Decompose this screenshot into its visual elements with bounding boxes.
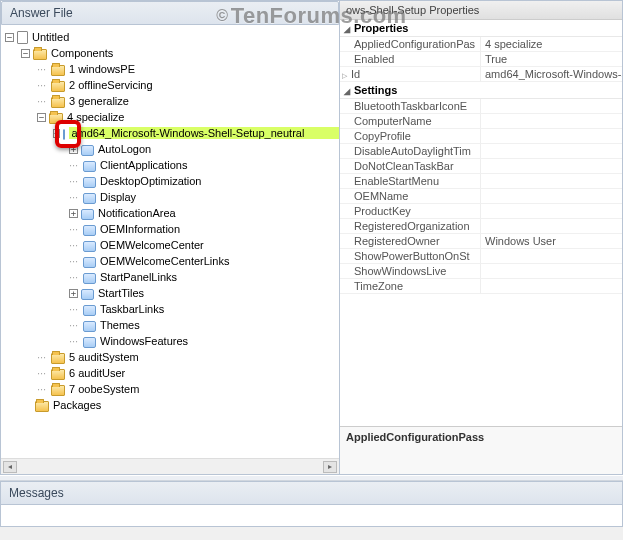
property-value[interactable] [480,174,622,189]
tree-packages[interactable]: Packages [21,397,339,413]
property-value[interactable] [480,204,622,219]
property-key[interactable]: BluetoothTaskbarIconE [340,99,480,114]
tree-pass[interactable]: ···2 offlineServicing [37,77,339,93]
property-key[interactable]: DisableAutoDaylightTim [340,144,480,159]
tree-label: OEMWelcomeCenter [100,239,204,251]
tree-pass[interactable]: ···1 windowsPE [37,61,339,77]
property-key[interactable]: ShowWindowsLive [340,264,480,279]
collapse-icon[interactable]: − [53,129,60,138]
property-category[interactable]: Settings [340,82,622,99]
tree-components[interactable]: − Components [21,45,339,61]
property-value[interactable] [480,279,622,294]
expand-icon[interactable]: + [69,209,78,218]
tree-connector: ··· [37,63,51,75]
tree-pass[interactable]: ···3 generalize [37,93,339,109]
tree-item[interactable]: ···OEMWelcomeCenter [69,237,339,253]
tree-item[interactable]: ···Display [69,189,339,205]
component-icon [83,321,96,332]
scroll-left-button[interactable]: ◂ [3,461,17,473]
tree-label: StartPanelLinks [100,271,177,283]
property-value[interactable]: amd64_Microsoft-Windows-Shel [480,67,622,82]
tree-component-selected[interactable]: −amd64_Microsoft-Windows-Shell-Setup_neu… [53,125,339,141]
property-value[interactable] [480,219,622,234]
folder-icon [51,369,65,380]
tree-pass[interactable]: −4 specialize [37,109,339,125]
component-icon [63,129,65,140]
tree-connector: ··· [69,271,83,283]
property-key[interactable]: DoNotCleanTaskBar [340,159,480,174]
tree-item[interactable]: +NotificationArea [69,205,339,221]
property-key[interactable]: Id [340,67,480,82]
tree-connector: ··· [37,383,51,395]
property-key[interactable]: TimeZone [340,279,480,294]
property-key[interactable]: RegisteredOwner [340,234,480,249]
tree-connector: ··· [37,367,51,379]
tree-connector: ··· [37,79,51,91]
tree-pass[interactable]: ···6 auditUser [37,365,339,381]
tree-label: NotificationArea [98,207,176,219]
property-value[interactable]: Windows User [480,234,622,249]
tree-item[interactable]: ···WindowsFeatures [69,333,339,349]
property-key[interactable]: EnableStartMenu [340,174,480,189]
tree-connector: ··· [69,319,83,331]
property-value[interactable]: 4 specialize [480,37,622,52]
main-container: Answer File − Untitled − Co [0,0,623,475]
tree-item[interactable]: ···OEMInformation [69,221,339,237]
property-value[interactable] [480,114,622,129]
collapse-icon[interactable]: − [21,49,30,58]
scroll-right-button[interactable]: ▸ [323,461,337,473]
tree-pass[interactable]: ···7 oobeSystem [37,381,339,397]
tree-item[interactable]: ···StartPanelLinks [69,269,339,285]
property-key[interactable]: ShowPowerButtonOnSt [340,249,480,264]
property-key[interactable]: AppliedConfigurationPas [340,37,480,52]
tree-pass[interactable]: ···5 auditSystem [37,349,339,365]
property-value[interactable] [480,129,622,144]
property-grid[interactable]: PropertiesAppliedConfigurationPas4 speci… [340,20,622,426]
answer-file-panel: Answer File − Untitled − Co [0,0,340,475]
answer-file-header: Answer File [1,1,339,25]
component-icon [83,241,96,252]
tree-item[interactable]: ···TaskbarLinks [69,301,339,317]
tree-item[interactable]: ···DesktopOptimization [69,173,339,189]
tree-label: OEMWelcomeCenterLinks [100,255,229,267]
tree-label: Components [51,47,113,59]
expand-icon[interactable]: + [69,289,78,298]
tree-label: 1 windowsPE [69,63,135,75]
component-icon [83,305,96,316]
tree-item[interactable]: +AutoLogon [69,141,339,157]
property-key[interactable]: OEMName [340,189,480,204]
property-value[interactable] [480,189,622,204]
horizontal-scrollbar[interactable]: ◂ ▸ [1,458,339,474]
component-icon [83,177,96,188]
property-value[interactable] [480,99,622,114]
component-icon [81,145,94,156]
folder-icon [35,401,49,412]
property-key[interactable]: RegisteredOrganization [340,219,480,234]
collapse-icon[interactable]: − [37,113,46,122]
property-value[interactable] [480,249,622,264]
tree-item[interactable]: +StartTiles [69,285,339,301]
property-value[interactable] [480,144,622,159]
tree-label: 6 auditUser [69,367,125,379]
property-value[interactable] [480,264,622,279]
description-title: AppliedConfigurationPass [346,431,484,443]
property-key[interactable]: Enabled [340,52,480,67]
tree-connector: ··· [69,175,83,187]
property-value[interactable] [480,159,622,174]
property-key[interactable]: ComputerName [340,114,480,129]
properties-title: ows-Shell-Setup Properties [346,4,479,16]
collapse-icon[interactable]: − [5,33,14,42]
answer-file-title: Answer File [10,6,73,20]
tree-label: 3 generalize [69,95,129,107]
expand-icon[interactable]: + [69,145,78,154]
tree-item[interactable]: ···OEMWelcomeCenterLinks [69,253,339,269]
property-key[interactable]: CopyProfile [340,129,480,144]
tree-root[interactable]: − Untitled [5,29,339,45]
tree-item[interactable]: ···ClientApplications [69,157,339,173]
tree-item[interactable]: ···Themes [69,317,339,333]
property-key[interactable]: ProductKey [340,204,480,219]
tree-label: OEMInformation [100,223,180,235]
tree-view[interactable]: − Untitled − Components ···1 windowsPE··… [1,25,339,458]
property-category[interactable]: Properties [340,20,622,37]
property-value[interactable]: True [480,52,622,67]
